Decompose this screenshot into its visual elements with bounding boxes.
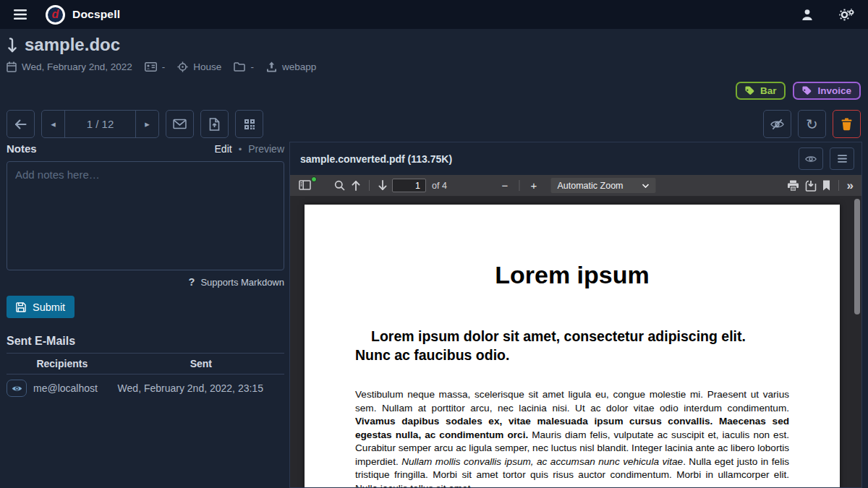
hamburger-icon	[14, 9, 27, 20]
pdf-prev-page-button[interactable]	[348, 179, 364, 192]
pdf-toolbar: of 4 − + Automatic Zoom	[290, 175, 861, 196]
arrow-down-icon	[378, 180, 388, 191]
eye-icon	[12, 385, 22, 393]
notes-tab-preview[interactable]: Preview	[248, 143, 284, 155]
docspell-logo: d	[46, 5, 65, 25]
pdf-page-input[interactable]	[392, 179, 426, 192]
tag-icon	[802, 86, 812, 95]
page-indicator: 1 / 12	[64, 111, 136, 137]
pdf-document-subtitle: Lorem ipsum dolor sit amet, consectetur …	[355, 327, 789, 364]
next-page-button[interactable]: ▸	[136, 111, 158, 137]
notes-input[interactable]	[7, 161, 284, 270]
brand-title: Docspell	[72, 8, 120, 21]
tag-icon	[745, 86, 754, 95]
item-id-button[interactable]	[235, 110, 263, 138]
list-menu-icon	[838, 155, 847, 163]
search-icon	[334, 180, 345, 191]
mail-sent-date: Wed, February 2nd, 2022, 23:15	[118, 374, 284, 402]
pdf-next-page-button[interactable]	[375, 179, 391, 192]
envelope-icon	[173, 119, 187, 129]
tag-invoice[interactable]: Invoice	[793, 82, 861, 100]
address-card-icon	[145, 62, 157, 72]
arrow-up-icon	[351, 180, 361, 191]
pdf-document-title: Lorem ipsum	[355, 261, 789, 289]
notes-tab-edit[interactable]: Edit	[215, 143, 232, 155]
sent-emails-title: Sent E-Mails	[7, 335, 284, 348]
sent-emails-table: Recipients Sent	[7, 353, 284, 401]
crosshairs-icon	[177, 61, 188, 72]
document-header: sample.doc Wed, February 2nd, 2022 - Hou…	[0, 29, 868, 138]
top-navbar: d Docspell	[0, 0, 868, 29]
arrow-left-icon	[14, 119, 27, 129]
arrow-down-icon	[7, 37, 18, 53]
item-folder: -	[234, 61, 254, 72]
eye-slash-icon	[770, 119, 784, 130]
gears-icon	[839, 9, 854, 21]
attachment-pager: ◂ 1 / 12 ▸	[41, 110, 159, 138]
bookmark-icon	[822, 180, 830, 191]
question-icon: ?	[189, 276, 195, 288]
submit-notes-button[interactable]: Submit	[7, 296, 75, 318]
sent-email-row: me@localhost Wed, February 2nd, 2022, 23…	[7, 374, 284, 402]
pdf-scrollbar-thumb[interactable]	[854, 199, 860, 314]
printer-icon	[787, 180, 799, 192]
item-concerning: House	[177, 61, 221, 72]
trash-icon	[841, 118, 853, 131]
view-mail-button[interactable]	[7, 380, 27, 397]
back-button[interactable]	[7, 110, 35, 138]
pdf-save-button[interactable]	[802, 179, 820, 193]
delete-item-button[interactable]	[833, 110, 861, 138]
item-correspondent: -	[145, 61, 166, 72]
file-upload-icon	[209, 118, 220, 131]
pdf-more-tools-button[interactable]: »	[844, 177, 856, 194]
send-mail-button[interactable]	[166, 110, 194, 138]
zoom-out-button[interactable]: −	[495, 179, 514, 192]
sidebar-toggle-icon	[299, 180, 311, 190]
folder-icon	[234, 62, 245, 72]
unconfirm-button[interactable]	[763, 110, 791, 138]
qrcode-icon	[244, 119, 255, 130]
item-source: webapp	[266, 61, 316, 72]
main-content: Notes Edit • Preview ? Supports Markdown…	[0, 142, 868, 488]
reprocess-button[interactable]: ↻	[798, 110, 826, 138]
download-icon	[805, 180, 817, 192]
document-title: sample.doc	[25, 35, 120, 55]
eye-icon	[805, 155, 817, 163]
col-header-recipients: Recipients	[7, 354, 118, 374]
caret-right-icon: ▸	[145, 119, 150, 129]
pdf-page: Lorem ipsum Lorem ipsum dolor sit amet, …	[305, 205, 840, 487]
add-files-button[interactable]	[200, 110, 229, 138]
left-panel: Notes Edit • Preview ? Supports Markdown…	[0, 142, 289, 488]
upload-icon	[266, 61, 277, 72]
save-icon	[16, 302, 26, 312]
item-toolbar: ◂ 1 / 12 ▸	[7, 110, 861, 138]
notes-title: Notes	[7, 142, 215, 155]
user-menu-button[interactable]	[799, 6, 816, 24]
pdf-search-button[interactable]	[331, 179, 348, 192]
calendar-icon	[7, 61, 17, 72]
prev-page-button[interactable]: ◂	[42, 111, 64, 137]
pdf-page-total: of 4	[432, 181, 447, 191]
docspell-app: d Docspell sample.doc	[0, 0, 868, 488]
mail-recipients: me@localhost	[33, 382, 98, 394]
pdf-document-body: Vestibulum neque massa, scelerisque sit …	[355, 388, 789, 487]
attachment-view-button[interactable]	[799, 147, 823, 170]
user-icon	[801, 9, 813, 21]
pdf-bookmark-button[interactable]	[820, 179, 833, 192]
menu-toggle-button[interactable]	[11, 7, 30, 22]
pdf-viewer: Lorem ipsum Lorem ipsum dolor sit amet, …	[290, 196, 861, 487]
col-header-sent: Sent	[118, 354, 284, 374]
markdown-hint-link[interactable]: ? Supports Markdown	[7, 276, 284, 288]
zoom-in-button[interactable]: +	[524, 179, 542, 192]
attachment-menu-button[interactable]	[830, 147, 854, 170]
tag-bar[interactable]: Bar	[736, 82, 786, 100]
chevron-down-icon	[642, 184, 650, 188]
pdf-print-button[interactable]	[784, 179, 802, 193]
tags-row: Bar Invoice	[7, 82, 861, 100]
notification-dot	[311, 176, 317, 182]
settings-menu-button[interactable]	[836, 6, 857, 24]
zoom-select[interactable]: Automatic Zoom	[550, 178, 655, 193]
refresh-icon: ↻	[806, 117, 818, 132]
item-date: Wed, February 2nd, 2022	[7, 61, 132, 72]
attachment-filename: sample.converted.pdf (113.75K)	[300, 153, 792, 165]
